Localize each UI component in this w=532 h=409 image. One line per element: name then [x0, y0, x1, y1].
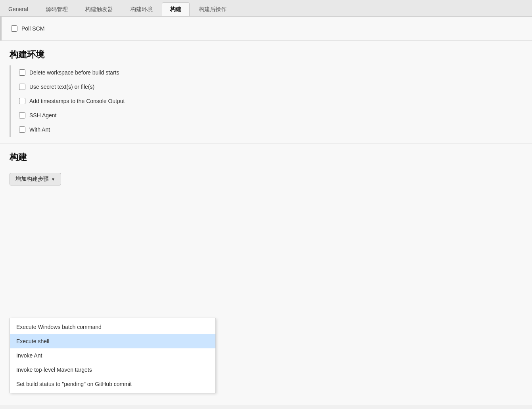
use-secret-checkbox[interactable]	[19, 84, 25, 90]
build-environment-items: Delete workspace before build starts Use…	[10, 65, 522, 137]
dropdown-item-invoke-ant[interactable]: Invoke Ant	[10, 348, 215, 363]
dropdown-item-exec-windows[interactable]: Execute Windows batch command	[10, 320, 215, 334]
dropdown-item-exec-shell[interactable]: Execute shell	[10, 334, 215, 348]
delete-workspace-label: Delete workspace before build starts	[29, 69, 119, 76]
dropdown-item-invoke-maven[interactable]: Invoke top-level Maven targets	[10, 363, 215, 377]
add-timestamps-checkbox[interactable]	[19, 98, 25, 104]
with-ant-row: With Ant	[19, 122, 522, 137]
build-title: 构建	[10, 151, 522, 163]
ssh-agent-row: SSH Agent	[19, 108, 522, 122]
poll-scm-checkbox[interactable]	[11, 25, 17, 32]
tab-general[interactable]: General	[0, 2, 36, 16]
with-ant-label: With Ant	[29, 126, 50, 133]
tab-build-env[interactable]: 构建环境	[122, 2, 161, 16]
build-step-dropdown: Execute Windows batch command Execute sh…	[10, 318, 216, 393]
use-secret-label: Use secret text(s) or file(s)	[29, 84, 94, 90]
tab-bar: General 源码管理 构建触发器 构建环境 构建 构建后操作	[0, 0, 532, 17]
poll-scm-row: Poll SCM	[11, 21, 522, 36]
tab-scm[interactable]: 源码管理	[37, 2, 76, 16]
dropdown-arrow-icon: ▼	[51, 177, 55, 182]
build-environment-section: 构建环境 Delete workspace before build start…	[0, 49, 532, 143]
delete-workspace-row: Delete workspace before build starts	[19, 65, 522, 80]
ssh-agent-checkbox[interactable]	[19, 112, 25, 118]
delete-workspace-checkbox[interactable]	[19, 69, 25, 76]
tab-post-build[interactable]: 构建后操作	[190, 2, 235, 16]
poll-scm-label: Poll SCM	[21, 25, 44, 32]
with-ant-checkbox[interactable]	[19, 126, 25, 133]
tab-build[interactable]: 构建	[162, 2, 190, 16]
use-secret-row: Use secret text(s) or file(s)	[19, 80, 522, 94]
poll-scm-section: Poll SCM	[0, 17, 532, 40]
tab-triggers[interactable]: 构建触发器	[77, 2, 121, 16]
add-timestamps-label: Add timestamps to the Console Output	[29, 98, 125, 104]
add-timestamps-row: Add timestamps to the Console Output	[19, 94, 522, 108]
main-content: Poll SCM 构建环境 Delete workspace before bu…	[0, 17, 532, 405]
add-build-step-button[interactable]: 增加构建步骤 ▼	[10, 173, 61, 185]
build-section: 构建 增加构建步骤 ▼	[0, 151, 532, 192]
build-environment-title: 构建环境	[10, 49, 522, 61]
ssh-agent-label: SSH Agent	[29, 112, 57, 118]
add-build-step-label: 增加构建步骤	[15, 176, 49, 183]
dropdown-item-set-build-status[interactable]: Set build status to "pending" on GitHub …	[10, 377, 215, 391]
